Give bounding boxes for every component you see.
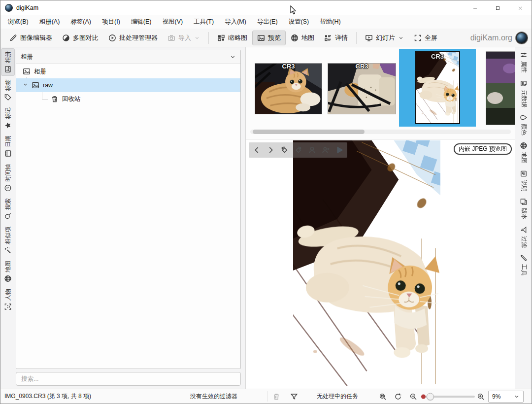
zoom-level-combo[interactable]: 9%: [488, 389, 524, 404]
minimize-button[interactable]: [464, 0, 486, 15]
sidebar-tab-captions[interactable]: 说明: [517, 168, 531, 193]
expander-chevron-icon[interactable]: [23, 82, 28, 89]
slideshow-button[interactable]: 幻灯片: [360, 31, 409, 45]
filter-icon: [520, 226, 527, 234]
title-bar: digiKam: [0, 0, 532, 15]
menu-tools[interactable]: 工具(T): [188, 15, 219, 29]
preview-photo[interactable]: [293, 140, 440, 386]
batch-queue-icon: [108, 34, 116, 42]
menu-settings[interactable]: 设置(S): [283, 15, 315, 29]
slideshow-icon: [365, 34, 373, 42]
preview-button[interactable]: 预览: [252, 31, 286, 45]
menu-view[interactable]: 视图(V): [157, 15, 189, 29]
format-badge: CR3: [355, 63, 368, 70]
menu-tag[interactable]: 标签(A): [65, 15, 97, 29]
sidebar-tab-labels[interactable]: 标记: [1, 106, 15, 131]
sidebar-tab-properties[interactable]: 属性: [517, 50, 531, 74]
album-panel-header[interactable]: 相册: [16, 50, 240, 64]
add-face-button[interactable]: [305, 143, 319, 157]
image-editor-button[interactable]: 图像编辑器: [4, 31, 57, 45]
preview-area: 内嵌 JPEG 预览图: [246, 140, 515, 389]
sidebar-tab-colors[interactable]: 颜色: [517, 112, 531, 137]
menu-import[interactable]: 导入(M): [219, 15, 252, 29]
fit-window-button[interactable]: [379, 389, 387, 404]
sidebar-tab-timeline[interactable]: 时间轴: [1, 162, 15, 193]
thumbnail-item-4-partial[interactable]: [486, 51, 515, 125]
search-input[interactable]: [16, 372, 241, 386]
zoom-slider[interactable]: [421, 389, 475, 404]
toolbar-separator: [208, 32, 209, 44]
filter-status-button[interactable]: [290, 389, 298, 404]
sidebar-tab-dates[interactable]: 日期: [1, 134, 15, 159]
tree-item-albums-root[interactable]: 相册: [16, 65, 240, 78]
sidebar-tab-albums[interactable]: 相册: [1, 50, 15, 74]
import-button[interactable]: 导入: [163, 31, 205, 45]
zoom-value: 9%: [492, 393, 511, 400]
menu-item[interactable]: 项目(I): [97, 15, 126, 29]
pencil-icon: [9, 34, 17, 42]
star-icon: [4, 122, 12, 129]
menu-album[interactable]: 相册(A): [34, 15, 66, 29]
rotate-right-button[interactable]: [291, 143, 305, 157]
rotate-left-button[interactable]: [277, 143, 291, 157]
trash-status-button[interactable]: [272, 389, 280, 404]
filter-status: 没有生效的过滤器: [190, 389, 237, 404]
menu-bar: 浏览(B) 相册(A) 标签(A) 项目(I) 编辑(E) 视图(V) 工具(T…: [0, 15, 532, 29]
slideshow-play-button[interactable]: [332, 143, 346, 157]
thumbnail-item-1[interactable]: CR3: [255, 63, 322, 114]
format-badge: CR3: [431, 53, 444, 60]
menu-edit[interactable]: 编辑(E): [126, 15, 157, 29]
batch-queue-button[interactable]: 批处理管理器: [103, 31, 163, 45]
thumbnail-item-2[interactable]: CR3: [328, 63, 396, 114]
chevron-down-icon: [514, 394, 520, 400]
tree-item-raw[interactable]: raw: [16, 78, 240, 92]
tools-icon: [520, 254, 527, 262]
detect-face-button[interactable]: [319, 143, 332, 157]
fullscreen-button[interactable]: 全屏: [409, 31, 442, 45]
sidebar-tab-map[interactable]: 地图: [1, 259, 15, 284]
preview-overlay-toolbar: [249, 142, 347, 158]
map-button[interactable]: 地图: [286, 31, 319, 45]
thumbnail-scrollbar[interactable]: [250, 130, 511, 134]
menu-browse[interactable]: 浏览(B): [2, 15, 34, 29]
menu-help[interactable]: 帮助(H): [314, 15, 346, 29]
light-table-button[interactable]: 多图对比: [57, 31, 103, 45]
thumbnails-button[interactable]: 缩略图: [212, 31, 252, 45]
previous-button[interactable]: [250, 143, 264, 157]
app-logo-icon: [5, 4, 13, 12]
thumbnail-item-3-selected[interactable]: CR3: [399, 49, 476, 127]
next-button[interactable]: [264, 143, 277, 157]
maximize-button[interactable]: [486, 0, 509, 15]
wand-icon: [4, 247, 12, 254]
sidebar-tab-search[interactable]: 搜索: [1, 197, 15, 221]
view-area: CR3 CR3 CR3: [245, 47, 515, 389]
zoom-100-button[interactable]: [394, 389, 402, 404]
zoom-out-button[interactable]: [409, 389, 417, 404]
sidebar-tab-people[interactable]: 人物: [1, 287, 15, 312]
window-title: digiKam: [16, 4, 38, 11]
sidebar-tab-filters[interactable]: 过滤: [517, 225, 531, 249]
sidebar-tab-tools[interactable]: 工具: [517, 253, 531, 277]
sidebar-tab-map-right[interactable]: 地图: [517, 140, 531, 165]
fullscreen-icon: [414, 34, 422, 42]
tree-item-trash[interactable]: 回收站: [16, 92, 240, 106]
zoom-in-button[interactable]: [477, 389, 485, 404]
details-button[interactable]: 详情: [319, 31, 353, 45]
preview-image-icon: [257, 34, 265, 42]
zoom-slider-handle[interactable]: [427, 393, 434, 400]
calendar-icon: [4, 150, 12, 157]
menu-export[interactable]: 导出(E): [252, 15, 283, 29]
chevron-down-icon: [230, 54, 236, 60]
sidebar-tab-similarity[interactable]: 相似项: [1, 225, 15, 256]
chevron-right-icon: [266, 146, 275, 154]
sidebar-tab-metadata[interactable]: 元数据: [517, 78, 531, 109]
play-icon: [335, 146, 344, 154]
person-add-icon: [322, 146, 330, 154]
trash-icon: [272, 393, 280, 401]
scrollbar-thumb[interactable]: [253, 130, 365, 134]
digikam-window: digiKam 浏览(B) 相册(A) 标签(A) 项目(I) 编辑(E) 视图…: [0, 0, 532, 404]
sidebar-tab-tags[interactable]: 标签: [1, 78, 15, 102]
sidebar-tab-versions[interactable]: 版本: [517, 197, 531, 221]
chevron-down-icon: [398, 35, 404, 41]
close-button[interactable]: [509, 0, 532, 15]
